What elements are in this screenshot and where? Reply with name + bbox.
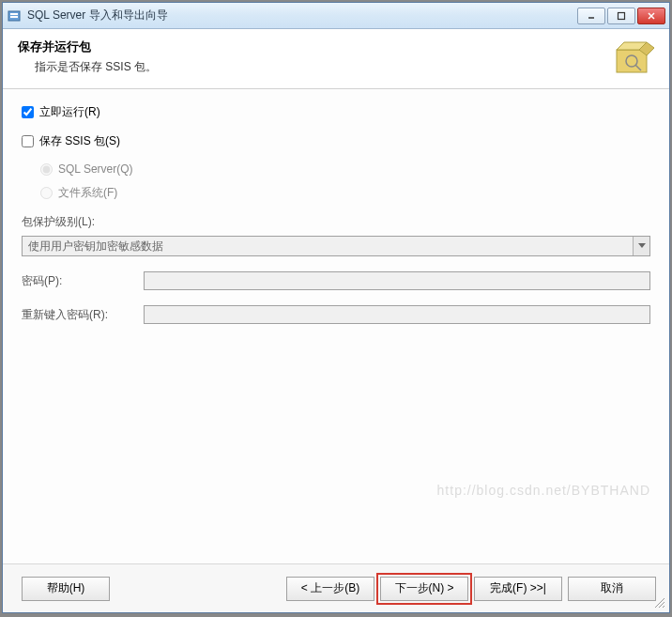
- chevron-down-icon: [633, 237, 649, 255]
- protection-level-value: 使用用户密钥加密敏感数据: [28, 239, 163, 255]
- sql-server-radio-input: [40, 163, 53, 176]
- minimize-button[interactable]: [577, 8, 605, 24]
- password-label: 密码(P):: [22, 273, 144, 289]
- file-system-radio-label: 文件系统(F): [58, 185, 117, 201]
- window-controls: [577, 8, 665, 24]
- svg-line-15: [663, 606, 664, 608]
- svg-rect-4: [619, 12, 625, 19]
- svg-rect-7: [617, 50, 647, 72]
- app-icon: [7, 8, 22, 23]
- password-row: 密码(P):: [22, 271, 650, 290]
- watermark-text: http://blog.csdn.net/BYBTHAND: [437, 483, 650, 498]
- wizard-footer: 帮助(H) < 上一步(B) 下一步(N) > 完成(F) >>| 取消: [3, 563, 669, 612]
- protection-level-label: 包保护级别(L):: [22, 214, 650, 230]
- file-system-radio-input: [40, 187, 53, 199]
- save-ssis-checkbox[interactable]: 保存 SSIS 包(S): [22, 133, 650, 149]
- back-button[interactable]: < 上一步(B): [286, 577, 374, 601]
- file-system-radio: 文件系统(F): [40, 185, 650, 201]
- svg-marker-12: [638, 243, 646, 248]
- page-subtitle: 指示是否保存 SSIS 包。: [35, 59, 157, 75]
- run-immediately-checkbox[interactable]: 立即运行(R): [22, 104, 650, 120]
- svg-rect-1: [10, 13, 18, 15]
- password-input: [144, 271, 650, 290]
- run-immediately-input[interactable]: [22, 106, 34, 118]
- retype-password-input: [144, 305, 650, 324]
- maximize-button[interactable]: [607, 8, 635, 24]
- finish-button[interactable]: 完成(F) >>|: [474, 577, 562, 601]
- svg-rect-2: [10, 16, 18, 18]
- sql-server-radio-label: SQL Server(Q): [58, 162, 133, 176]
- storage-radio-group: SQL Server(Q) 文件系统(F): [40, 162, 650, 201]
- wizard-header: 保存并运行包 指示是否保存 SSIS 包。: [3, 29, 669, 89]
- save-ssis-label: 保存 SSIS 包(S): [39, 133, 120, 149]
- retype-password-label: 重新键入密码(R):: [22, 307, 144, 323]
- close-button[interactable]: [637, 8, 665, 24]
- help-button[interactable]: 帮助(H): [22, 577, 110, 601]
- protection-level-dropdown: 使用用户密钥加密敏感数据: [22, 236, 650, 256]
- cancel-button[interactable]: 取消: [568, 577, 656, 601]
- sql-server-radio: SQL Server(Q): [40, 162, 650, 176]
- run-immediately-label: 立即运行(R): [39, 104, 100, 120]
- retype-password-row: 重新键入密码(R):: [22, 305, 650, 324]
- wizard-body: 立即运行(R) 保存 SSIS 包(S) SQL Server(Q) 文件系统(…: [3, 89, 669, 563]
- package-icon: [609, 37, 654, 82]
- window-title: SQL Server 导入和导出向导: [27, 8, 577, 23]
- wizard-window: SQL Server 导入和导出向导 保存并运行包 指示是否保存 SSIS 包。: [2, 2, 670, 613]
- page-title: 保存并运行包: [18, 39, 157, 55]
- save-ssis-input[interactable]: [22, 135, 34, 147]
- titlebar[interactable]: SQL Server 导入和导出向导: [3, 3, 669, 29]
- resize-grip-icon[interactable]: [652, 595, 665, 609]
- next-button[interactable]: 下一步(N) >: [380, 577, 468, 601]
